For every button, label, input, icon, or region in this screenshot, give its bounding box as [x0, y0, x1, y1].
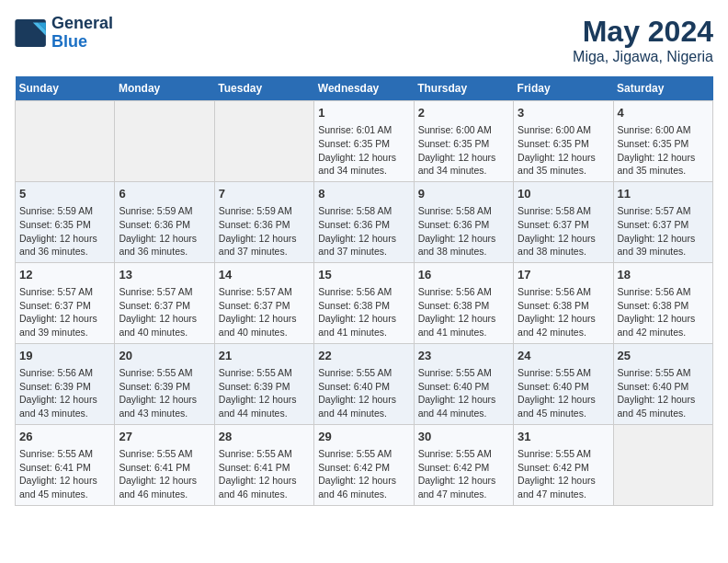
day-number: 14 — [219, 267, 310, 283]
calendar-cell: 25Sunrise: 5:55 AM Sunset: 6:40 PM Dayli… — [613, 343, 712, 424]
calendar-cell: 21Sunrise: 5:55 AM Sunset: 6:39 PM Dayli… — [214, 343, 313, 424]
day-number: 31 — [518, 429, 609, 445]
logo-text: General Blue — [51, 15, 113, 52]
day-info: Sunrise: 5:55 AM Sunset: 6:40 PM Dayligh… — [618, 366, 709, 420]
weekday-header-sunday: Sunday — [16, 76, 115, 101]
logo-blue: Blue — [51, 32, 87, 51]
day-info: Sunrise: 5:59 AM Sunset: 6:36 PM Dayligh… — [219, 204, 310, 259]
day-info: Sunrise: 5:59 AM Sunset: 6:36 PM Dayligh… — [119, 204, 210, 259]
calendar-cell: 9Sunrise: 5:58 AM Sunset: 6:36 PM Daylig… — [414, 181, 513, 262]
calendar-cell — [214, 101, 313, 182]
day-info: Sunrise: 6:00 AM Sunset: 6:35 PM Dayligh… — [418, 123, 509, 178]
day-number: 16 — [418, 267, 509, 283]
day-number: 11 — [618, 186, 709, 202]
day-info: Sunrise: 5:57 AM Sunset: 6:37 PM Dayligh… — [119, 285, 210, 339]
day-number: 3 — [518, 105, 609, 121]
day-info: Sunrise: 5:55 AM Sunset: 6:42 PM Dayligh… — [318, 447, 409, 501]
day-info: Sunrise: 5:55 AM Sunset: 6:42 PM Dayligh… — [418, 447, 509, 501]
calendar-cell: 15Sunrise: 5:56 AM Sunset: 6:38 PM Dayli… — [314, 262, 414, 343]
logo-general: General — [51, 14, 113, 32]
day-info: Sunrise: 5:59 AM Sunset: 6:35 PM Dayligh… — [19, 204, 110, 259]
calendar-cell: 3Sunrise: 6:00 AM Sunset: 6:35 PM Daylig… — [514, 101, 613, 182]
page-header: General Blue May 2024 Miga, Jigawa, Nige… — [15, 15, 713, 65]
calendar-cell: 8Sunrise: 5:58 AM Sunset: 6:36 PM Daylig… — [314, 181, 414, 262]
day-number: 9 — [418, 186, 509, 202]
day-info: Sunrise: 5:56 AM Sunset: 6:38 PM Dayligh… — [518, 285, 609, 339]
day-info: Sunrise: 5:56 AM Sunset: 6:38 PM Dayligh… — [418, 285, 509, 339]
calendar-week-row: 26Sunrise: 5:55 AM Sunset: 6:41 PM Dayli… — [16, 424, 713, 505]
logo-icon — [15, 19, 48, 47]
day-number: 26 — [19, 429, 110, 445]
day-info: Sunrise: 5:55 AM Sunset: 6:40 PM Dayligh… — [318, 366, 409, 420]
day-info: Sunrise: 5:57 AM Sunset: 6:37 PM Dayligh… — [19, 285, 110, 339]
calendar-cell: 11Sunrise: 5:57 AM Sunset: 6:37 PM Dayli… — [613, 181, 712, 262]
day-number: 29 — [318, 429, 409, 445]
day-info: Sunrise: 5:56 AM Sunset: 6:38 PM Dayligh… — [318, 285, 409, 339]
day-number: 12 — [19, 267, 110, 283]
day-info: Sunrise: 5:58 AM Sunset: 6:36 PM Dayligh… — [318, 204, 409, 259]
day-info: Sunrise: 6:01 AM Sunset: 6:35 PM Dayligh… — [318, 123, 409, 178]
day-info: Sunrise: 6:00 AM Sunset: 6:35 PM Dayligh… — [618, 123, 709, 178]
weekday-header-friday: Friday — [514, 76, 613, 101]
day-info: Sunrise: 6:00 AM Sunset: 6:35 PM Dayligh… — [518, 123, 609, 178]
calendar-cell: 29Sunrise: 5:55 AM Sunset: 6:42 PM Dayli… — [314, 424, 414, 505]
day-info: Sunrise: 5:55 AM Sunset: 6:41 PM Dayligh… — [219, 447, 310, 501]
calendar-cell: 12Sunrise: 5:57 AM Sunset: 6:37 PM Dayli… — [16, 262, 115, 343]
day-number: 20 — [119, 348, 210, 364]
weekday-header-monday: Monday — [115, 76, 214, 101]
calendar-cell: 4Sunrise: 6:00 AM Sunset: 6:35 PM Daylig… — [613, 101, 712, 182]
page-title: May 2024 — [573, 15, 713, 49]
day-number: 15 — [318, 267, 409, 283]
day-number: 5 — [19, 186, 110, 202]
calendar-cell: 24Sunrise: 5:55 AM Sunset: 6:40 PM Dayli… — [514, 343, 613, 424]
day-number: 30 — [418, 429, 509, 445]
day-number: 18 — [618, 267, 709, 283]
calendar-cell: 23Sunrise: 5:55 AM Sunset: 6:40 PM Dayli… — [414, 343, 513, 424]
day-number: 22 — [318, 348, 409, 364]
day-number: 7 — [219, 186, 310, 202]
calendar-table: SundayMondayTuesdayWednesdayThursdayFrid… — [15, 76, 713, 506]
day-number: 6 — [119, 186, 210, 202]
calendar-cell: 17Sunrise: 5:56 AM Sunset: 6:38 PM Dayli… — [514, 262, 613, 343]
calendar-cell: 18Sunrise: 5:56 AM Sunset: 6:38 PM Dayli… — [613, 262, 712, 343]
calendar-cell: 26Sunrise: 5:55 AM Sunset: 6:41 PM Dayli… — [16, 424, 115, 505]
day-number: 2 — [418, 105, 509, 121]
weekday-header-tuesday: Tuesday — [214, 76, 313, 101]
calendar-cell: 22Sunrise: 5:55 AM Sunset: 6:40 PM Dayli… — [314, 343, 414, 424]
calendar-cell: 31Sunrise: 5:55 AM Sunset: 6:42 PM Dayli… — [514, 424, 613, 505]
weekday-header-thursday: Thursday — [414, 76, 513, 101]
calendar-week-row: 5Sunrise: 5:59 AM Sunset: 6:35 PM Daylig… — [16, 181, 713, 262]
calendar-cell: 10Sunrise: 5:58 AM Sunset: 6:37 PM Dayli… — [514, 181, 613, 262]
calendar-cell: 13Sunrise: 5:57 AM Sunset: 6:37 PM Dayli… — [115, 262, 214, 343]
calendar-cell: 28Sunrise: 5:55 AM Sunset: 6:41 PM Dayli… — [214, 424, 313, 505]
calendar-cell: 7Sunrise: 5:59 AM Sunset: 6:36 PM Daylig… — [214, 181, 313, 262]
day-number: 10 — [518, 186, 609, 202]
calendar-cell — [613, 424, 712, 505]
calendar-cell: 6Sunrise: 5:59 AM Sunset: 6:36 PM Daylig… — [115, 181, 214, 262]
page-subtitle: Miga, Jigawa, Nigeria — [573, 49, 713, 65]
calendar-header-row: SundayMondayTuesdayWednesdayThursdayFrid… — [16, 76, 713, 101]
day-number: 28 — [219, 429, 310, 445]
day-number: 8 — [318, 186, 409, 202]
calendar-cell: 27Sunrise: 5:55 AM Sunset: 6:41 PM Dayli… — [115, 424, 214, 505]
calendar-cell: 30Sunrise: 5:55 AM Sunset: 6:42 PM Dayli… — [414, 424, 513, 505]
day-info: Sunrise: 5:55 AM Sunset: 6:40 PM Dayligh… — [418, 366, 509, 420]
day-number: 27 — [119, 429, 210, 445]
title-block: May 2024 Miga, Jigawa, Nigeria — [573, 15, 713, 65]
day-info: Sunrise: 5:55 AM Sunset: 6:42 PM Dayligh… — [518, 447, 609, 501]
calendar-week-row: 12Sunrise: 5:57 AM Sunset: 6:37 PM Dayli… — [16, 262, 713, 343]
day-number: 17 — [518, 267, 609, 283]
day-info: Sunrise: 5:57 AM Sunset: 6:37 PM Dayligh… — [618, 204, 709, 259]
day-info: Sunrise: 5:55 AM Sunset: 6:39 PM Dayligh… — [119, 366, 210, 420]
day-number: 23 — [418, 348, 509, 364]
day-number: 1 — [318, 105, 409, 121]
logo: General Blue — [15, 15, 113, 52]
day-number: 25 — [618, 348, 709, 364]
day-info: Sunrise: 5:55 AM Sunset: 6:40 PM Dayligh… — [518, 366, 609, 420]
calendar-week-row: 19Sunrise: 5:56 AM Sunset: 6:39 PM Dayli… — [16, 343, 713, 424]
calendar-cell — [115, 101, 214, 182]
calendar-week-row: 1Sunrise: 6:01 AM Sunset: 6:35 PM Daylig… — [16, 101, 713, 182]
weekday-header-saturday: Saturday — [613, 76, 712, 101]
day-info: Sunrise: 5:55 AM Sunset: 6:39 PM Dayligh… — [219, 366, 310, 420]
day-info: Sunrise: 5:58 AM Sunset: 6:36 PM Dayligh… — [418, 204, 509, 259]
